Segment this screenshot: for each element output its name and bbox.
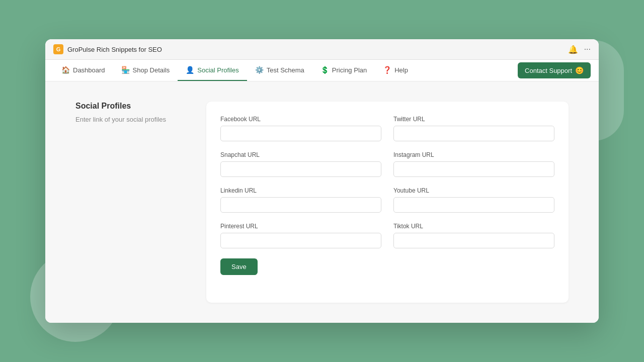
pricing-icon: 💲 [320,66,329,74]
input-linkedin-url[interactable] [220,197,381,213]
tab-shop-details[interactable]: 🏪 Shop Details [113,60,178,81]
help-icon: ❓ [383,66,391,74]
label-snapchat-url: Snapchat URL [220,151,381,158]
tab-shop-details-label: Shop Details [133,66,170,74]
label-tiktok-url: Tiktok URL [393,223,554,230]
tab-social-profiles[interactable]: 👤 Social Profiles [178,60,247,81]
tab-test-schema[interactable]: ⚙️ Test Schema [247,60,312,81]
label-facebook-url: Facebook URL [220,116,381,123]
contact-support-emoji: 😊 [575,66,584,74]
input-pinterest-url[interactable] [220,233,381,248]
save-button[interactable]: Save [220,258,258,275]
page-sidebar: Social Profiles Enter link of your socia… [75,102,176,303]
social-profiles-form: Facebook URL Twitter URL Snapchat URL In… [206,102,569,303]
form-grid: Facebook URL Twitter URL Snapchat URL In… [220,116,554,248]
field-linkedin-url: Linkedin URL [220,187,381,213]
tab-dashboard-label: Dashboard [73,66,105,74]
input-snapchat-url[interactable] [220,161,381,177]
tab-dashboard[interactable]: 🏠 Dashboard [53,60,113,81]
schema-icon: ⚙️ [255,66,264,74]
page-content: Social Profiles Enter link of your socia… [45,81,599,323]
field-youtube-url: Youtube URL [393,187,554,213]
dashboard-icon: 🏠 [61,66,70,74]
sidebar-title: Social Profiles [75,102,176,111]
title-bar-actions: 🔔 ··· [568,45,591,54]
label-instagram-url: Instagram URL [393,151,554,158]
label-twitter-url: Twitter URL [393,116,554,123]
app-icon: G [53,44,63,54]
label-youtube-url: Youtube URL [393,187,554,194]
input-youtube-url[interactable] [393,197,554,213]
app-title: GroPulse Rich Snippets for SEO [67,46,564,53]
input-instagram-url[interactable] [393,161,554,177]
tab-pricing-plan-label: Pricing Plan [332,66,367,74]
input-twitter-url[interactable] [393,126,554,141]
field-facebook-url: Facebook URL [220,116,381,141]
nav-tabs: 🏠 Dashboard 🏪 Shop Details 👤 Social Prof… [53,60,416,81]
contact-support-button[interactable]: Contact Support 😊 [518,62,591,78]
contact-support-label: Contact Support [525,67,572,74]
shop-icon: 🏪 [121,66,130,74]
label-pinterest-url: Pinterest URL [220,223,381,230]
field-snapchat-url: Snapchat URL [220,151,381,177]
field-tiktok-url: Tiktok URL [393,223,554,248]
input-tiktok-url[interactable] [393,233,554,248]
tab-pricing-plan[interactable]: 💲 Pricing Plan [312,60,375,81]
tab-help-label: Help [394,66,408,74]
browser-window: G GroPulse Rich Snippets for SEO 🔔 ··· 🏠… [45,39,599,323]
nav-bar: 🏠 Dashboard 🏪 Shop Details 👤 Social Prof… [45,60,599,81]
social-icon: 👤 [186,66,194,74]
title-bar: G GroPulse Rich Snippets for SEO 🔔 ··· [45,39,599,60]
tab-social-profiles-label: Social Profiles [197,66,238,74]
input-facebook-url[interactable] [220,126,381,141]
bell-icon[interactable]: 🔔 [568,45,578,54]
tab-test-schema-label: Test Schema [267,66,304,74]
field-twitter-url: Twitter URL [393,116,554,141]
more-icon[interactable]: ··· [584,45,591,54]
field-pinterest-url: Pinterest URL [220,223,381,248]
field-instagram-url: Instagram URL [393,151,554,177]
tab-help[interactable]: ❓ Help [375,60,416,81]
label-linkedin-url: Linkedin URL [220,187,381,194]
sidebar-description: Enter link of your social profiles [75,115,176,125]
